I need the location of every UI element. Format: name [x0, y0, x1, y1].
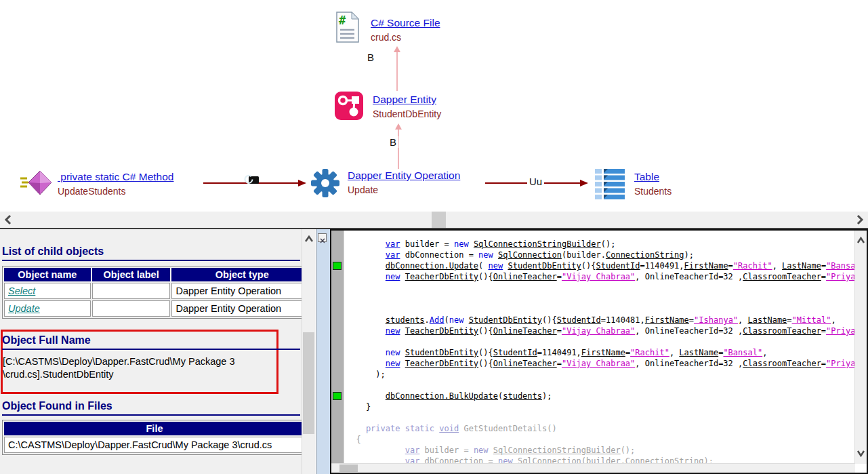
table-row: SelectDapper Entity Operation	[4, 283, 312, 299]
table-row: C:\CASTMS\Deploy\Dapper.FastCrud\My Pack…	[4, 437, 305, 453]
csharp-method-icon[interactable]	[19, 170, 53, 199]
link-label-belongs-2: B	[388, 136, 398, 148]
belongs-arrow-line	[398, 130, 399, 169]
scroll-right-icon[interactable]	[856, 214, 864, 228]
node-dapper-entity-operation[interactable]: Dapper Entity Operation Update	[348, 170, 460, 195]
source-code-viewer[interactable]: var builder = new SqlConnectionStringBui…	[330, 229, 868, 474]
found-in-files-table: File C:\CASTMS\Deploy\Dapper.FastCrud\My…	[2, 420, 307, 455]
scroll-up-icon[interactable]	[856, 235, 865, 247]
object-full-name-heading: Object Full Name	[2, 334, 300, 350]
column-header: Object type	[171, 268, 312, 281]
node-title[interactable]: private static C# Method	[58, 171, 173, 183]
node-object-name: Students	[634, 186, 671, 197]
scroll-down-icon[interactable]	[856, 448, 865, 460]
code-horizontal-scrollbar[interactable]	[331, 463, 855, 473]
belongs-arrow-line	[396, 52, 398, 91]
node-csharp-method[interactable]: private static C# Method UpdateStudents	[58, 171, 173, 197]
left-panel-vertical-scrollbar[interactable]	[302, 229, 315, 474]
child-object-link[interactable]: Update	[8, 303, 40, 314]
belongs-arrowhead	[394, 46, 400, 52]
gear-icon[interactable]	[311, 169, 339, 200]
left-panel-scrollbar-thumb[interactable]	[303, 332, 314, 434]
call-arrowhead	[298, 180, 306, 186]
link-label-use-update: Uu	[527, 176, 544, 187]
diagram-horizontal-scrollbar[interactable]	[0, 212, 868, 228]
object-properties-panel: List of child objects Object nameObject …	[0, 229, 315, 474]
bookmark-marker[interactable]	[333, 392, 342, 400]
child-objects-heading: List of child objects	[2, 245, 300, 261]
node-csharp-source-file[interactable]: C# Source File crud.cs	[371, 17, 440, 43]
file-path-cell: C:\CASTMS\Deploy\Dapper.FastCrud\My Pack…	[4, 437, 305, 453]
table-row: UpdateDapper Entity Operation	[4, 300, 312, 317]
svg-text:#: #	[339, 14, 346, 27]
node-object-name: StudentDbEntity	[373, 108, 441, 119]
bookmark-marker[interactable]	[333, 262, 342, 270]
node-table[interactable]: Table Students	[634, 171, 671, 197]
node-title[interactable]: Table	[634, 171, 671, 183]
source-code-view[interactable]: var builder = new SqlConnectionStringBui…	[344, 231, 855, 464]
object-full-name-line2: \crud.cs].StudentDbEntity	[3, 368, 278, 381]
node-dapper-entity[interactable]: Dapper Entity StudentDbEntity	[373, 94, 441, 119]
node-object-name: UpdateStudents	[58, 186, 173, 197]
details-area: List of child objects Object nameObject …	[0, 228, 868, 474]
panel-splitter[interactable]	[316, 229, 331, 474]
node-title[interactable]: Dapper Entity	[373, 94, 441, 106]
use-arrowhead	[580, 180, 588, 186]
call-link-icon	[244, 174, 262, 189]
table-icon[interactable]	[595, 169, 627, 203]
column-header: Object name	[4, 268, 91, 281]
object-found-in-files-heading: Object Found in Files	[2, 400, 300, 416]
node-title[interactable]: Dapper Entity Operation	[348, 170, 460, 182]
code-scrollbar-thumb[interactable]	[339, 465, 358, 472]
node-object-name: crud.cs	[371, 32, 440, 43]
csharp-source-file-icon[interactable]: #	[336, 12, 359, 45]
diagram-scrollbar-thumb[interactable]	[432, 212, 446, 228]
dependency-diagram: # C# Source File crud.cs B Dapper Entity…	[0, 0, 868, 212]
belongs-arrowhead	[395, 123, 402, 130]
column-header: Object label	[92, 268, 171, 281]
link-label-belongs-1: B	[365, 52, 376, 63]
scroll-up-icon[interactable]	[304, 233, 314, 245]
object-full-name-value: [C:\CASTMS\Deploy\Dapper.FastCrud\My Pac…	[3, 355, 278, 381]
node-title[interactable]: C# Source File	[371, 17, 440, 29]
splitter-close-button[interactable]	[318, 233, 327, 242]
child-objects-table: Object nameObject labelObject type Selec…	[2, 266, 314, 319]
object-full-name-line1: [C:\CASTMS\Deploy\Dapper.FastCrud\My Pac…	[3, 355, 278, 368]
node-object-name: Update	[348, 184, 460, 195]
column-header: File	[4, 422, 305, 435]
child-object-link[interactable]: Select	[8, 285, 35, 296]
code-vertical-scrollbar[interactable]	[854, 231, 867, 464]
dapper-entity-icon[interactable]	[335, 92, 363, 123]
code-gutter	[331, 231, 344, 464]
scroll-left-icon[interactable]	[4, 214, 12, 228]
